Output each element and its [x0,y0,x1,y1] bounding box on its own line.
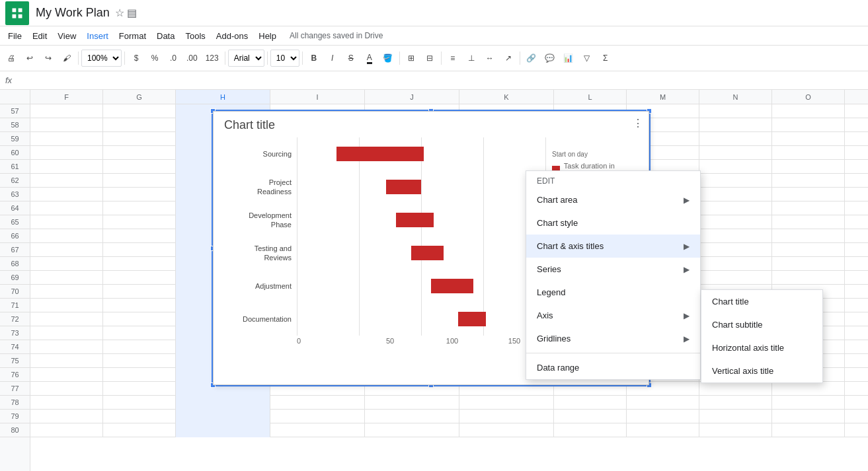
cell-col-h-79[interactable] [176,410,270,423]
cell-col-g-58[interactable] [103,118,176,132]
menu-tools[interactable]: Tools [180,30,210,42]
cell-col-n-60[interactable] [699,146,772,160]
cell-col-f-70[interactable] [30,285,103,299]
comment-button[interactable]: 💬 [541,49,559,67]
cell-col-g-76[interactable] [103,368,176,382]
cell-col-f-58[interactable] [30,118,103,132]
cell-col-f-72[interactable] [30,312,103,326]
text-wrap-button[interactable]: ↔ [481,49,498,67]
menu-edit[interactable]: Edit [27,30,52,42]
cell-col-o-59[interactable] [772,132,845,146]
cell-col-f-73[interactable] [30,326,103,340]
cell-col-g-57[interactable] [103,104,176,118]
cell-col-i-80[interactable] [270,423,365,437]
cell-col-o-62[interactable] [772,174,845,188]
cell-col-g-70[interactable] [103,285,176,299]
cell-col-i-79[interactable] [270,410,365,423]
cell-col-k-80[interactable] [459,423,554,437]
col-header-n[interactable]: N [699,90,772,104]
cell-col-g-63[interactable] [103,188,176,201]
menu-insert[interactable]: Insert [81,30,114,42]
menu-file[interactable]: File [3,30,27,42]
cell-col-n-68[interactable] [699,257,772,271]
cell-col-h-78[interactable] [176,396,270,410]
chart-options-button[interactable]: ⋮ [633,117,643,129]
cell-col-g-79[interactable] [103,410,176,423]
align-center-button[interactable]: ⊥ [463,49,480,67]
cell-col-f-57[interactable] [30,104,103,118]
format-number-button[interactable]: 123 [202,49,222,67]
cell-col-n-65[interactable] [699,215,772,229]
cell-col-f-80[interactable] [30,423,103,437]
col-header-f[interactable]: F [30,90,103,104]
col-header-k[interactable]: K [459,90,554,104]
currency-button[interactable]: $ [128,49,145,67]
col-header-m[interactable]: M [627,90,699,104]
cell-col-l-78[interactable] [554,396,627,410]
cell-col-f-69[interactable] [30,271,103,285]
col-header-g[interactable]: G [103,90,176,104]
zoom-select[interactable]: 100% [81,50,122,67]
cell-col-f-78[interactable] [30,396,103,410]
function-button[interactable]: Σ [597,49,614,67]
cm-item-gridlines[interactable]: Gridlines ▶ [526,327,700,350]
sm-item-horizontal-axis-title[interactable]: Horizontal axis title [701,336,822,359]
cell-col-f-63[interactable] [30,188,103,201]
menu-format[interactable]: Format [114,30,151,42]
font-color-button[interactable]: A [361,49,378,67]
cell-col-n-57[interactable] [699,104,772,118]
bold-button[interactable]: B [305,49,323,67]
cm-item-legend[interactable]: Legend [526,281,700,304]
cell-col-n-69[interactable] [699,271,772,285]
cell-col-g-72[interactable] [103,312,176,326]
cell-col-g-59[interactable] [103,132,176,146]
print-button[interactable]: 🖨 [3,49,20,67]
col-header-o[interactable]: O [772,90,845,104]
font-size-select[interactable]: 10 [270,50,299,67]
cell-col-f-75[interactable] [30,354,103,368]
filter-button[interactable]: ▽ [578,49,596,67]
cell-col-m-80[interactable] [627,423,699,437]
cell-col-n-63[interactable] [699,188,772,201]
menu-help[interactable]: Help [253,30,282,42]
folder-icon[interactable]: ▤ [127,7,137,19]
cell-col-n-59[interactable] [699,132,772,146]
cell-col-g-77[interactable] [103,382,176,396]
cell-col-o-67[interactable] [772,243,845,257]
sm-item-chart-subtitle[interactable]: Chart subtitle [701,313,822,336]
cell-col-f-60[interactable] [30,146,103,160]
cm-item-chart-axis-titles[interactable]: Chart & axis titles ▶ [526,235,700,258]
col-header-i[interactable]: I [270,90,365,104]
cell-col-f-77[interactable] [30,382,103,396]
cell-col-f-71[interactable] [30,299,103,312]
cm-item-series[interactable]: Series ▶ [526,258,700,281]
cell-col-n-64[interactable] [699,201,772,215]
cell-col-f-74[interactable] [30,340,103,354]
cell-col-g-74[interactable] [103,340,176,354]
cell-col-f-62[interactable] [30,174,103,188]
cm-item-axis[interactable]: Axis ▶ [526,304,700,327]
decimal-decrease-button[interactable]: .0 [165,49,182,67]
cell-col-o-65[interactable] [772,215,845,229]
paint-format-button[interactable]: 🖌 [58,49,75,67]
cell-col-n-80[interactable] [699,423,772,437]
cell-col-o-69[interactable] [772,271,845,285]
cell-col-g-66[interactable] [103,229,176,243]
cm-item-chart-area[interactable]: Chart area ▶ [526,188,700,211]
menu-view[interactable]: View [52,30,81,42]
col-header-h[interactable]: H [176,90,270,104]
percent-button[interactable]: % [146,49,163,67]
cell-col-f-76[interactable] [30,368,103,382]
cell-col-f-59[interactable] [30,132,103,146]
cell-col-k-78[interactable] [459,396,554,410]
cell-col-f-68[interactable] [30,257,103,271]
cell-col-g-78[interactable] [103,396,176,410]
cell-col-f-67[interactable] [30,243,103,257]
cell-col-n-77[interactable] [699,382,772,396]
cell-col-m-79[interactable] [627,410,699,423]
cell-col-j-78[interactable] [365,396,459,410]
cell-col-n-66[interactable] [699,229,772,243]
cell-col-g-80[interactable] [103,423,176,437]
cm-item-chart-style[interactable]: Chart style [526,211,700,235]
redo-button[interactable]: ↪ [40,49,57,67]
